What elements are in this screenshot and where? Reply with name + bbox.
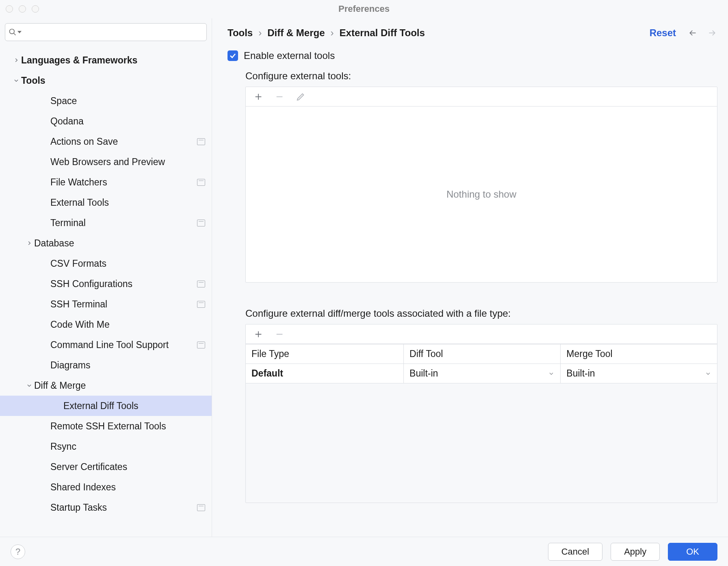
- remove-button[interactable]: [274, 91, 285, 102]
- sidebar-item[interactable]: SSH Configurations: [0, 274, 212, 294]
- diff-merge-table-box: File Type Diff Tool Merge Tool Default B…: [245, 324, 717, 503]
- empty-state: Nothing to show: [246, 107, 717, 282]
- sidebar-item-label: Startup Tasks: [50, 502, 197, 513]
- main-panel: Tools › Diff & Merge › External Diff Too…: [212, 18, 728, 537]
- sidebar-item[interactable]: Code With Me: [0, 314, 212, 335]
- search-input[interactable]: [5, 23, 207, 41]
- sidebar-item[interactable]: Diagrams: [0, 355, 212, 375]
- col-diff-tool: Diff Tool: [404, 344, 561, 364]
- chevron-right-icon[interactable]: [11, 57, 21, 63]
- sidebar-item[interactable]: Actions on Save: [0, 131, 212, 152]
- sidebar-item[interactable]: Web Browsers and Preview: [0, 152, 212, 172]
- title-bar: Preferences: [0, 0, 728, 18]
- col-file-type: File Type: [246, 344, 404, 364]
- chevron-right-icon: ›: [331, 27, 334, 39]
- add-button[interactable]: [253, 329, 264, 340]
- plus-icon: [254, 92, 263, 101]
- sidebar-item[interactable]: Rsync: [0, 436, 212, 457]
- per-project-icon: [197, 179, 205, 186]
- sidebar-item[interactable]: Diff & Merge: [0, 375, 212, 396]
- per-project-icon: [197, 504, 205, 511]
- sidebar-item[interactable]: Database: [0, 233, 212, 253]
- breadcrumb-item[interactable]: Tools: [228, 27, 253, 39]
- sidebar-item[interactable]: Shared Indexes: [0, 477, 212, 497]
- chevron-down-icon[interactable]: [24, 383, 34, 388]
- sidebar-item-label: Server Certificates: [50, 462, 205, 472]
- table-row[interactable]: Default Built-in Built-in: [246, 364, 717, 383]
- cancel-button[interactable]: Cancel: [548, 543, 602, 561]
- svg-point-0: [10, 29, 15, 34]
- sidebar-item-label: Database: [34, 238, 205, 249]
- sidebar-item-label: Qodana: [50, 116, 205, 127]
- chevron-right-icon[interactable]: [24, 240, 34, 246]
- sidebar-item[interactable]: Space: [0, 91, 212, 111]
- minus-icon: [275, 92, 284, 101]
- sidebar-item-label: Diff & Merge: [34, 380, 205, 391]
- add-button[interactable]: [253, 91, 264, 102]
- remove-button[interactable]: [274, 329, 285, 340]
- edit-button[interactable]: [295, 91, 306, 102]
- help-button[interactable]: ?: [11, 544, 25, 559]
- sidebar-item-label: Terminal: [50, 218, 197, 229]
- sidebar-item[interactable]: Startup Tasks: [0, 497, 212, 518]
- back-icon[interactable]: [687, 29, 698, 37]
- sidebar-item[interactable]: Terminal: [0, 213, 212, 233]
- sidebar-item-label: Shared Indexes: [50, 482, 205, 493]
- sidebar-item-label: Tools: [21, 75, 205, 86]
- minimize-icon[interactable]: [19, 5, 26, 13]
- sidebar-item-label: Actions on Save: [50, 136, 197, 147]
- breadcrumb-item: External Diff Tools: [340, 27, 425, 39]
- sidebar-item[interactable]: Languages & Frameworks: [0, 50, 212, 70]
- settings-tree[interactable]: Languages & FrameworksToolsSpaceQodanaAc…: [0, 46, 212, 537]
- ok-button[interactable]: OK: [668, 543, 717, 561]
- cell-value: Built-in: [410, 368, 438, 379]
- enable-checkbox[interactable]: [228, 50, 238, 61]
- merge-tool-select[interactable]: Built-in: [566, 368, 711, 379]
- sidebar-item[interactable]: Remote SSH External Tools: [0, 416, 212, 436]
- toolbar: [246, 324, 717, 344]
- toolbar: [246, 87, 717, 107]
- chevron-down-icon: [548, 370, 555, 377]
- page-title: Preferences: [338, 4, 390, 14]
- close-icon[interactable]: [6, 5, 13, 13]
- sidebar-item[interactable]: Command Line Tool Support: [0, 335, 212, 355]
- sidebar-item[interactable]: Qodana: [0, 111, 212, 131]
- sidebar-item-label: File Watchers: [50, 177, 197, 188]
- diff-tool-select[interactable]: Built-in: [410, 368, 555, 379]
- sidebar-item[interactable]: Server Certificates: [0, 457, 212, 477]
- sidebar-item-label: External Tools: [50, 197, 205, 208]
- section-label: Configure external diff/merge tools asso…: [245, 308, 717, 319]
- search-options-icon[interactable]: [17, 31, 22, 33]
- cell-file-type: Default: [251, 368, 283, 379]
- external-tools-box: Nothing to show: [245, 87, 717, 283]
- sidebar-item[interactable]: CSV Formats: [0, 253, 212, 274]
- apply-button[interactable]: Apply: [611, 543, 660, 561]
- cell-value: Built-in: [566, 368, 595, 379]
- per-project-icon: [197, 220, 205, 226]
- sidebar-item[interactable]: SSH Terminal: [0, 294, 212, 314]
- footer: ? Cancel Apply OK: [0, 537, 728, 566]
- sidebar-item[interactable]: External Tools: [0, 192, 212, 213]
- sidebar-item-label: SSH Terminal: [50, 299, 197, 310]
- sidebar-item[interactable]: File Watchers: [0, 172, 212, 192]
- per-project-icon: [197, 342, 205, 348]
- zoom-icon[interactable]: [32, 5, 39, 13]
- sidebar-item[interactable]: External Diff Tools: [0, 396, 212, 416]
- forward-icon[interactable]: [707, 29, 717, 37]
- reset-link[interactable]: Reset: [650, 27, 676, 39]
- sidebar-item-label: SSH Configurations: [50, 279, 197, 290]
- per-project-icon: [197, 138, 205, 145]
- sidebar-item[interactable]: Tools: [0, 70, 212, 91]
- sidebar-item-label: Web Browsers and Preview: [50, 157, 205, 168]
- sidebar-item-label: Languages & Frameworks: [21, 55, 205, 66]
- file-type-table[interactable]: File Type Diff Tool Merge Tool Default B…: [246, 344, 717, 383]
- breadcrumb-item[interactable]: Diff & Merge: [267, 27, 325, 39]
- section-label: Configure external tools:: [245, 70, 717, 82]
- sidebar-item-label: Space: [50, 96, 205, 107]
- search-field[interactable]: [22, 28, 203, 37]
- chevron-down-icon[interactable]: [11, 78, 21, 83]
- col-merge-tool: Merge Tool: [561, 344, 717, 364]
- per-project-icon: [197, 301, 205, 308]
- per-project-icon: [197, 281, 205, 287]
- question-icon: ?: [15, 546, 20, 557]
